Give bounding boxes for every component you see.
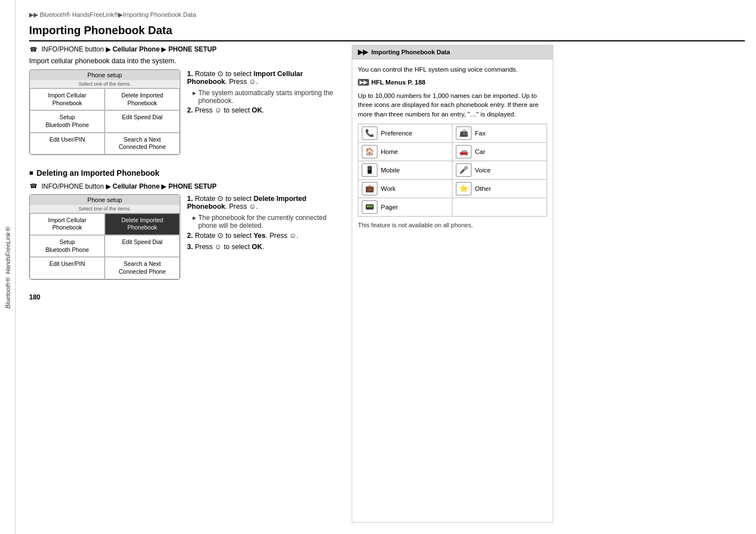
step2-1: 1. Rotate ⊙ to select Delete Imported Ph…: [187, 194, 343, 210]
phone-setup-subtitle-1: Select one of the items.: [30, 80, 180, 88]
section2-steps: 1. Rotate ⊙ to select Delete Imported Ph…: [187, 194, 343, 285]
breadcrumb: ▶▶ Bluetooth® HandsFreeLink®▶Importing P…: [29, 11, 745, 18]
home-icon: 🏠: [362, 145, 377, 158]
menu-search-next: Search a NextConnected Phone: [105, 133, 180, 154]
icon-row-2: 🏠 Home 🚗 Car: [358, 143, 547, 161]
section1-description: Import cellular phonebook data into the …: [29, 57, 343, 65]
icon-car: 🚗 Car: [452, 143, 547, 161]
nav-phone-icon-2: ☎: [29, 182, 38, 191]
section1-steps-area: Phone setup Select one of the items. Imp…: [29, 69, 343, 161]
page-number: 180: [29, 293, 343, 301]
sidebar-header: ▶▶ Importing Phonebook Data: [352, 45, 553, 59]
step1-2: 2. Press ☺ to select OK.: [187, 106, 343, 114]
section1-nav: ☎ INFO/PHONE button ▶ Cellular Phone ▶ P…: [29, 45, 343, 54]
side-tab-label: Bluetooth® HandsFreeLink®: [4, 226, 11, 308]
menu2-search-next: Search a NextConnected Phone: [105, 257, 180, 279]
icon-pager: 📟 Pager: [358, 198, 452, 216]
phone-setup-box-1: Phone setup Select one of the items. Imp…: [29, 69, 180, 155]
icon-mobile: 📱 Mobile: [358, 161, 452, 179]
icon-type-grid: 📞 Preference 📠 Fax 🏠: [358, 124, 547, 217]
hfl-link-icon: ▶▶: [358, 79, 369, 86]
icon-voice: 🎤 Voice: [452, 161, 547, 179]
car-icon: 🚗: [456, 145, 472, 158]
pager-label: Pager: [381, 204, 398, 210]
voice-label: Voice: [475, 167, 491, 174]
left-column: ☎ INFO/PHONE button ▶ Cellular Phone ▶ P…: [29, 45, 343, 523]
side-tab: Bluetooth® HandsFreeLink®: [0, 0, 16, 534]
voice-icon: 🎤: [456, 163, 472, 177]
icon-fax: 📠 Fax: [452, 124, 547, 142]
work-label: Work: [381, 185, 396, 192]
menu-edit-speed-dial: Edit Speed Dial: [105, 110, 180, 132]
sidebar-info-text: Up to 10,000 numbers for 1,000 names can…: [358, 91, 547, 119]
mobile-icon: 📱: [362, 163, 377, 177]
icon-row-5: 📟 Pager: [358, 198, 547, 216]
icon-row-4: 💼 Work ⭐ Other: [358, 180, 547, 198]
section2-nav: ☎ INFO/PHONE button ▶ Cellular Phone ▶ P…: [29, 182, 343, 191]
menu-setup-bluetooth: SetupBluetooth Phone: [30, 110, 105, 132]
step1-1-bullet: The system automatically starts importin…: [187, 89, 343, 105]
other-label: Other: [475, 185, 491, 192]
menu2-import-cellular: Import CellularPhonebook: [30, 213, 105, 235]
menu2-edit-speed-dial: Edit Speed Dial: [105, 235, 180, 257]
other-icon: ⭐: [456, 182, 472, 195]
phone-setup-title-1: Phone setup: [30, 70, 180, 80]
icon-preference: 📞 Preference: [358, 124, 452, 142]
body-layout: ☎ INFO/PHONE button ▶ Cellular Phone ▶ P…: [29, 45, 745, 523]
section1-nav-path: INFO/PHONE button ▶ Cellular Phone ▶ PHO…: [41, 45, 217, 53]
sidebar-note: This feature is not available on all pho…: [358, 221, 547, 230]
hfl-link-text: HFL Menus P. 188: [371, 79, 426, 86]
icon-home: 🏠 Home: [358, 143, 452, 161]
phone-setup-title-2: Phone setup: [30, 195, 180, 205]
menu2-edit-user-pin: Edit User/PIN: [30, 257, 105, 279]
step1-1: 1. Rotate ⊙ to select Import Cellular Ph…: [187, 69, 343, 86]
icon-row-1: 📞 Preference 📠 Fax: [358, 124, 547, 143]
right-sidebar: ▶▶ Importing Phonebook Data You can cont…: [352, 45, 553, 523]
phone-setup-box-2: Phone setup Select one of the items. Imp…: [29, 194, 180, 280]
fax-icon: 📠: [456, 127, 472, 140]
menu2-setup-bluetooth: SetupBluetooth Phone: [30, 235, 105, 257]
home-label: Home: [381, 148, 398, 155]
sidebar-voice-tip: You can control the HFL system using voi…: [358, 65, 547, 74]
phone-setup-grid-1: Import CellularPhonebook Delete Imported…: [30, 88, 180, 154]
menu-delete-imported: Delete ImportedPhonebook: [105, 88, 180, 110]
hfl-link: ▶▶ HFL Menus P. 188: [358, 79, 547, 86]
section2-nav-path: INFO/PHONE button ▶ Cellular Phone ▶ PHO…: [41, 182, 217, 190]
menu-edit-user-pin: Edit User/PIN: [30, 133, 105, 154]
menu-import-cellular: Import CellularPhonebook: [30, 88, 105, 110]
work-icon: 💼: [362, 182, 377, 195]
icon-other: ⭐ Other: [452, 180, 547, 198]
car-label: Car: [475, 148, 486, 155]
step2-2: 2. Rotate ⊙ to select Yes. Press ☺.: [187, 231, 343, 240]
fax-label: Fax: [475, 130, 486, 137]
section2-steps-area: Phone setup Select one of the items. Imp…: [29, 194, 343, 285]
section1-steps: 1. Rotate ⊙ to select Import Cellular Ph…: [187, 69, 343, 161]
icon-empty: [452, 198, 547, 216]
preference-icon: 📞: [362, 127, 377, 140]
phone-setup-subtitle-2: Select one of the items.: [30, 205, 180, 213]
nav-phone-icon: ☎: [29, 45, 38, 54]
menu2-delete-imported: Delete ImportedPhonebook: [105, 213, 180, 235]
pager-icon: 📟: [362, 200, 377, 214]
icon-work: 💼 Work: [358, 180, 452, 198]
mobile-label: Mobile: [381, 167, 400, 174]
sidebar-body: You can control the HFL system using voi…: [352, 59, 553, 522]
phone-setup-grid-2: Import CellularPhonebook Delete Imported…: [30, 213, 180, 279]
step2-1-bullet: The phonebook for the currently connecte…: [187, 214, 343, 229]
sidebar-header-text: Importing Phonebook Data: [371, 49, 450, 55]
preference-label: Preference: [381, 130, 412, 137]
step2-3: 3. Press ☺ to select OK.: [187, 243, 343, 251]
icon-row-3: 📱 Mobile 🎤 Voice: [358, 161, 547, 180]
main-content: ▶▶ Bluetooth® HandsFreeLink®▶Importing P…: [16, 0, 756, 534]
section2-title: Deleting an Imported Phonebook: [29, 168, 343, 177]
page-title: Importing Phonebook Data: [29, 24, 745, 41]
sidebar-header-icon: ▶▶: [358, 48, 368, 56]
